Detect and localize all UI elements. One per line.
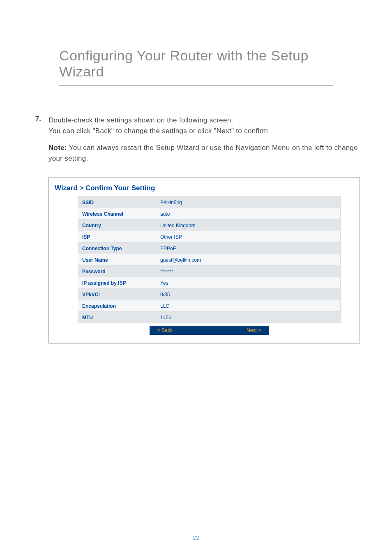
setting-label-encapsulation: Encapsulation <box>78 300 156 312</box>
setting-value-connection-type: PPPoE <box>156 243 341 254</box>
wizard-screenshot: Wizard > Confirm Your Setting SSID Belki… <box>48 177 360 343</box>
setting-value-password: ******* <box>156 266 341 277</box>
setting-label-user-name: User Name <box>78 254 156 266</box>
setting-value-country: United Kingdom <box>156 220 341 231</box>
setting-label-country: Country <box>78 220 156 231</box>
content-area: 7. Double-check the settings shown on th… <box>0 86 392 343</box>
note-label: Note: <box>48 144 67 152</box>
table-row: Wireless Channel auto <box>78 208 341 220</box>
note-text: You can always restart the Setup Wizard … <box>48 144 358 162</box>
setting-value-ip-assigned: Yes <box>156 277 341 289</box>
back-button[interactable]: < Back <box>157 327 173 333</box>
step-7: 7. Double-check the settings shown on th… <box>32 115 360 137</box>
table-row: Encapsulation LLC <box>78 300 341 312</box>
setting-value-mtu: 1456 <box>156 312 341 323</box>
setting-label-wireless-channel: Wireless Channel <box>78 208 156 220</box>
button-bar: < Back Next > <box>150 326 269 335</box>
setting-value-ssid: Belkin54g <box>156 197 341 208</box>
setting-label-ip-assigned: IP assigned by ISP <box>78 277 156 289</box>
settings-table: SSID Belkin54g Wireless Channel auto Cou… <box>78 196 341 323</box>
setting-value-user-name: guest@belkin.com <box>156 254 341 266</box>
setting-value-isp: Other ISP <box>156 231 341 243</box>
setting-label-vpi-vci: VPI/VCI <box>78 289 156 300</box>
step-line-1: Double-check the settings shown on the f… <box>48 116 233 124</box>
setting-label-password: Password <box>78 266 156 277</box>
table-row: Connection Type PPPoE <box>78 243 341 254</box>
setting-label-connection-type: Connection Type <box>78 243 156 254</box>
page-title: Configuring Your Router with the Setup W… <box>59 24 333 86</box>
page-number: 22 <box>0 535 392 541</box>
button-row: < Back Next > <box>78 326 341 335</box>
setting-label-mtu: MTU <box>78 312 156 323</box>
step-line-2: You can click "Back" to change the setti… <box>48 127 268 135</box>
setting-value-vpi-vci: 0/35 <box>156 289 341 300</box>
table-row: Country United Kingdom <box>78 220 341 231</box>
table-row: IP assigned by ISP Yes <box>78 277 341 289</box>
note: Note: You can always restart the Setup W… <box>48 143 360 164</box>
setting-value-encapsulation: LLC <box>156 300 341 312</box>
table-row: ISP Other ISP <box>78 231 341 243</box>
table-row: VPI/VCI 0/35 <box>78 289 341 300</box>
table-row: MTU 1456 <box>78 312 341 323</box>
table-row: SSID Belkin54g <box>78 197 341 208</box>
next-button[interactable]: Next > <box>247 327 261 333</box>
step-number: 7. <box>32 115 41 137</box>
setting-value-wireless-channel: auto <box>156 208 341 220</box>
step-body: Double-check the settings shown on the f… <box>48 115 268 137</box>
breadcrumb: Wizard > Confirm Your Setting <box>55 184 355 192</box>
setting-label-ssid: SSID <box>78 197 156 208</box>
setting-label-isp: ISP <box>78 231 156 243</box>
table-row: Password ******* <box>78 266 341 277</box>
table-row: User Name guest@belkin.com <box>78 254 341 266</box>
